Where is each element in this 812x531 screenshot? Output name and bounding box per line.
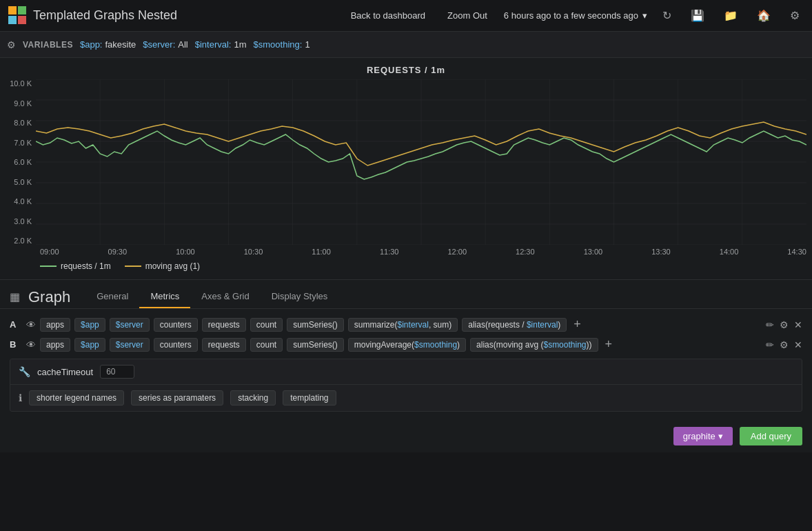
x-label-1400: 14:00 bbox=[720, 248, 739, 256]
legend-label-moving-avg: moving avg (1) bbox=[145, 261, 200, 271]
bottom-bar: graphite ▾ Add query bbox=[0, 420, 812, 452]
query-edit-b[interactable]: ✏ bbox=[766, 339, 774, 350]
y-label-2k: 2.0 K bbox=[14, 237, 32, 245]
var-server-name: $server: bbox=[143, 39, 175, 50]
var-interval[interactable]: $interval: 1m bbox=[195, 39, 247, 50]
back-to-dashboard-link[interactable]: Back to dashboard bbox=[345, 8, 431, 23]
chart-plot bbox=[36, 79, 806, 245]
x-label-1430: 14:30 bbox=[787, 248, 806, 256]
legend-line-moving-avg bbox=[125, 266, 141, 267]
wrench-icon: 🔧 bbox=[19, 366, 30, 377]
query-settings-a[interactable]: ⚙ bbox=[780, 319, 789, 330]
svg-rect-3 bbox=[18, 16, 26, 24]
query-settings-b[interactable]: ⚙ bbox=[780, 339, 789, 350]
time-range-label: 6 hours ago to a few seconds ago bbox=[504, 10, 638, 21]
x-axis: 09:00 09:30 10:00 10:30 11:00 11:30 12:0… bbox=[6, 245, 806, 257]
x-label-0900: 09:00 bbox=[40, 248, 59, 256]
time-range-chevron: ▾ bbox=[642, 10, 647, 21]
query-tag-requests-b[interactable]: requests bbox=[202, 338, 246, 352]
query-tag-counters-b[interactable]: counters bbox=[154, 338, 198, 352]
query-tag-alias-a[interactable]: alias(requests / $interval) bbox=[462, 318, 567, 332]
y-axis: 10.0 K 9.0 K 8.0 K 7.0 K 6.0 K 5.0 K 4.0… bbox=[6, 79, 36, 245]
var-server-value: All bbox=[178, 39, 187, 50]
query-tag-requests-a[interactable]: requests bbox=[202, 318, 246, 332]
chart-inner: 10.0 K 9.0 K 8.0 K 7.0 K 6.0 K 5.0 K 4.0… bbox=[6, 79, 806, 245]
query-tag-server-var-a[interactable]: $server bbox=[110, 318, 150, 332]
stacking-btn[interactable]: stacking bbox=[230, 390, 276, 405]
x-label-1330: 13:30 bbox=[651, 248, 671, 256]
var-server[interactable]: $server: All bbox=[143, 39, 187, 50]
query-remove-a[interactable]: ✕ bbox=[794, 319, 802, 330]
query-actions-b: ✏ ⚙ ✕ bbox=[766, 339, 802, 350]
folder-icon[interactable]: 📁 bbox=[720, 6, 742, 25]
query-tag-app-var-b[interactable]: $app bbox=[74, 338, 105, 352]
query-tag-movingavg-b[interactable]: movingAverage($smoothing) bbox=[348, 338, 466, 352]
shorter-legend-names-btn[interactable]: shorter legend names bbox=[29, 390, 124, 405]
graph-panel-header: ▦ Graph General Metrics Axes & Grid Disp… bbox=[0, 280, 812, 309]
graph-panel: ▦ Graph General Metrics Axes & Grid Disp… bbox=[0, 280, 812, 452]
query-tag-sumseries-b[interactable]: sumSeries() bbox=[287, 338, 344, 352]
svg-rect-2 bbox=[8, 16, 17, 24]
tab-metrics[interactable]: Metrics bbox=[139, 285, 190, 308]
legend-line-requests bbox=[40, 266, 57, 267]
query-tag-count-b[interactable]: count bbox=[250, 338, 283, 352]
tab-axes-grid[interactable]: Axes & Grid bbox=[190, 285, 260, 308]
query-tag-alias-b[interactable]: alias(moving avg ($smoothing)) bbox=[470, 338, 598, 352]
x-label-1030: 10:30 bbox=[244, 248, 263, 256]
x-label-1100: 11:00 bbox=[312, 248, 331, 256]
query-tag-count-a[interactable]: count bbox=[250, 318, 283, 332]
tab-display-styles[interactable]: Display Styles bbox=[261, 285, 339, 308]
options-row-cache: 🔧 cacheTimeout bbox=[10, 359, 802, 385]
query-tag-apps-b[interactable]: apps bbox=[40, 338, 70, 352]
variables-bar: ⚙ VARIABLES $app: fakesite $server: All … bbox=[0, 32, 812, 58]
var-interval-value: 1m bbox=[234, 39, 246, 50]
var-smoothing-value: 1 bbox=[305, 39, 309, 50]
query-tag-app-var-a[interactable]: $app bbox=[74, 318, 105, 332]
zoom-out-link[interactable]: Zoom Out bbox=[442, 8, 493, 23]
chart-legend: requests / 1m moving avg (1) bbox=[6, 257, 806, 274]
var-app[interactable]: $app: fakesite bbox=[80, 39, 136, 50]
query-plus-b[interactable]: + bbox=[602, 337, 616, 352]
metrics-content: A 👁 apps $app $server counters requests … bbox=[0, 309, 812, 420]
refresh-icon[interactable]: ↻ bbox=[658, 6, 676, 25]
home-icon[interactable]: 🏠 bbox=[753, 6, 775, 25]
query-tag-server-var-b[interactable]: $server bbox=[110, 338, 150, 352]
legend-item-requests: requests / 1m bbox=[40, 261, 111, 271]
series-as-paramaters-btn[interactable]: series as paramaters bbox=[131, 390, 223, 405]
x-label-0930: 09:30 bbox=[108, 248, 128, 256]
settings-icon[interactable]: ⚙ bbox=[786, 6, 804, 25]
query-tag-counters-a[interactable]: counters bbox=[154, 318, 198, 332]
query-actions-a: ✏ ⚙ ✕ bbox=[766, 319, 802, 330]
legend-item-moving-avg: moving avg (1) bbox=[125, 261, 200, 271]
graphite-button[interactable]: graphite ▾ bbox=[673, 427, 733, 445]
y-label-5k: 5.0 K bbox=[14, 178, 32, 186]
query-row-b: B 👁 apps $app $server counters requests … bbox=[10, 337, 802, 352]
y-label-8k: 8.0 K bbox=[14, 119, 32, 127]
query-eye-b[interactable]: 👁 bbox=[26, 339, 36, 350]
app-logo: Templated Graphs Nested bbox=[8, 6, 177, 26]
time-range-picker[interactable]: 6 hours ago to a few seconds ago ▾ bbox=[504, 10, 647, 21]
cache-timeout-input[interactable] bbox=[100, 365, 134, 379]
y-label-4k: 4.0 K bbox=[14, 197, 32, 206]
query-remove-b[interactable]: ✕ bbox=[794, 339, 802, 350]
var-smoothing[interactable]: $smoothing: 1 bbox=[254, 39, 310, 50]
info-icon: ℹ bbox=[19, 392, 22, 403]
templating-btn[interactable]: templating bbox=[283, 390, 336, 405]
tab-general[interactable]: General bbox=[85, 285, 139, 308]
graph-panel-icon: ▦ bbox=[10, 290, 20, 303]
query-tag-sumseries-a[interactable]: sumSeries() bbox=[287, 318, 344, 332]
y-label-6k: 6.0 K bbox=[14, 158, 32, 166]
graph-panel-title: Graph bbox=[28, 288, 70, 306]
variables-settings-icon[interactable]: ⚙ bbox=[7, 39, 16, 50]
query-edit-a[interactable]: ✏ bbox=[766, 319, 774, 330]
save-icon[interactable]: 💾 bbox=[687, 6, 709, 25]
x-label-1230: 12:30 bbox=[516, 248, 535, 256]
chart-container: REQUESTS / 1m 10.0 K 9.0 K 8.0 K 7.0 K 6… bbox=[0, 58, 812, 280]
query-eye-a[interactable]: 👁 bbox=[26, 319, 36, 330]
x-label-1000: 10:00 bbox=[176, 248, 195, 256]
query-plus-a[interactable]: + bbox=[571, 317, 584, 332]
app-title: Templated Graphs Nested bbox=[33, 8, 177, 23]
query-tag-summarize-a[interactable]: summarize($interval, sum) bbox=[348, 318, 458, 332]
add-query-button[interactable]: Add query bbox=[740, 427, 802, 445]
query-tag-apps-a[interactable]: apps bbox=[40, 318, 70, 332]
